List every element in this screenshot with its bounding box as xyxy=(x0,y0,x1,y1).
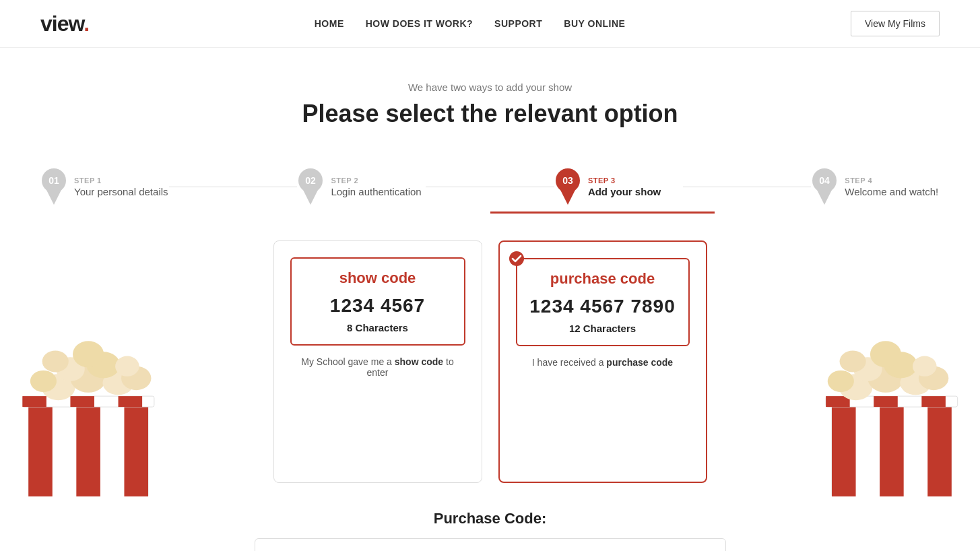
svg-point-48 xyxy=(509,251,524,266)
svg-rect-19 xyxy=(119,396,143,407)
show-code-number: 1234 4567 xyxy=(302,295,453,317)
purchase-code-title: purchase code xyxy=(528,270,678,288)
step-4-label: STEP 4 xyxy=(845,176,938,185)
header: view. HOME HOW DOES IT WORK? SUPPORT BUY… xyxy=(0,0,980,48)
svg-text:02: 02 xyxy=(306,175,317,186)
svg-point-41 xyxy=(828,370,854,392)
show-code-card[interactable]: show code 1234 4567 8 Characters My Scho… xyxy=(273,240,482,483)
step-4-name: Welcome and watch! xyxy=(845,186,938,197)
step-1-label: STEP 1 xyxy=(74,176,168,185)
view-my-films-button[interactable]: View My Films xyxy=(851,11,940,36)
nav-how[interactable]: HOW DOES IT WORK? xyxy=(366,18,473,29)
step-2-text: STEP 2 Login authentication xyxy=(331,176,421,197)
svg-point-46 xyxy=(913,356,937,377)
purchase-code-number: 1234 4567 7890 xyxy=(528,296,678,317)
step-1-block: 01 STEP 1 Your personal details xyxy=(40,168,169,205)
svg-point-23 xyxy=(30,370,57,392)
step-3-name: Add your show xyxy=(588,186,661,197)
step-1-name: Your personal details xyxy=(74,186,168,197)
nav-support[interactable]: SUPPORT xyxy=(494,18,542,29)
step-2-name: Login authentication xyxy=(331,186,421,197)
step-2-label: STEP 2 xyxy=(331,176,421,185)
step-3-text: STEP 3 Add your show xyxy=(588,176,661,197)
purchase-code-card[interactable]: purchase code 1234 4567 7890 12 Characte… xyxy=(498,240,707,483)
svg-marker-4 xyxy=(302,189,319,205)
svg-point-27 xyxy=(42,351,69,372)
hero-title: Please select the relevant option xyxy=(13,100,967,128)
purchase-input-title: Purchase Code: xyxy=(40,510,940,527)
svg-rect-17 xyxy=(22,396,46,407)
svg-rect-31 xyxy=(832,402,856,496)
hero-subtitle: We have two ways to add your show xyxy=(13,82,967,93)
purchase-input-section: Purchase Code: xyxy=(0,496,980,551)
svg-rect-33 xyxy=(927,402,952,496)
show-code-bold: show code xyxy=(395,356,443,367)
show-code-desc: My School gave me a show code to enter xyxy=(290,356,465,378)
step-1-pin: 01 xyxy=(40,168,67,205)
svg-point-47 xyxy=(870,341,901,367)
step-4-text: STEP 4 Welcome and watch! xyxy=(845,176,938,197)
svg-point-28 xyxy=(115,356,139,377)
svg-marker-10 xyxy=(816,189,832,205)
svg-rect-32 xyxy=(880,402,904,496)
step-1-text: STEP 1 Your personal details xyxy=(74,176,168,197)
svg-rect-36 xyxy=(874,396,898,407)
svg-point-45 xyxy=(840,351,866,372)
step-2-pin: 02 xyxy=(297,168,324,205)
popcorn-right xyxy=(791,294,980,496)
purchase-input-box[interactable] xyxy=(255,538,726,551)
popcorn-left xyxy=(0,294,189,496)
svg-rect-15 xyxy=(124,402,148,496)
nav-buy[interactable]: BUY ONLINE xyxy=(564,18,625,29)
svg-point-29 xyxy=(73,341,104,367)
step-divider-1-2 xyxy=(169,187,298,187)
show-code-title: show code xyxy=(302,269,453,287)
purchase-code-chars: 12 Characters xyxy=(528,323,678,334)
show-code-box: show code 1234 4567 8 Characters xyxy=(290,257,465,346)
logo: view. xyxy=(40,11,89,36)
purchase-code-desc: I have received a purchase code xyxy=(516,357,690,368)
navigation: HOME HOW DOES IT WORK? SUPPORT BUY ONLIN… xyxy=(315,18,626,29)
nav-home[interactable]: HOME xyxy=(315,18,344,29)
svg-text:04: 04 xyxy=(820,175,830,186)
svg-marker-7 xyxy=(560,189,576,205)
cards-section: show code 1234 4567 8 Characters My Scho… xyxy=(0,214,980,496)
step-divider-3-4 xyxy=(683,187,812,187)
svg-text:03: 03 xyxy=(562,175,573,186)
hero-section: We have two ways to add your show Please… xyxy=(0,48,980,148)
steps-section: 01 STEP 1 Your personal details 02 STEP … xyxy=(0,148,980,214)
step-3-pin: 03 xyxy=(554,168,581,205)
svg-rect-13 xyxy=(28,402,53,496)
svg-rect-14 xyxy=(76,402,100,496)
svg-rect-37 xyxy=(921,396,946,407)
step-3-label: STEP 3 xyxy=(588,176,661,185)
svg-text:01: 01 xyxy=(48,175,59,186)
logo-dot: . xyxy=(84,11,89,36)
step-4-block: 04 STEP 4 Welcome and watch! xyxy=(811,168,940,205)
step-4-pin: 04 xyxy=(811,168,838,205)
purchase-code-bold: purchase code xyxy=(606,357,673,368)
svg-rect-18 xyxy=(70,396,94,407)
step-3-block: 03 STEP 3 Add your show xyxy=(554,168,683,205)
step-divider-2-3 xyxy=(426,187,554,187)
show-code-chars: 8 Characters xyxy=(302,322,453,333)
purchase-code-box: purchase code 1234 4567 7890 12 Characte… xyxy=(516,258,690,346)
svg-marker-1 xyxy=(46,189,62,205)
selected-check-icon xyxy=(509,251,524,266)
steps-row: 01 STEP 1 Your personal details 02 STEP … xyxy=(40,168,940,205)
step-2-block: 02 STEP 2 Login authentication xyxy=(297,168,426,205)
